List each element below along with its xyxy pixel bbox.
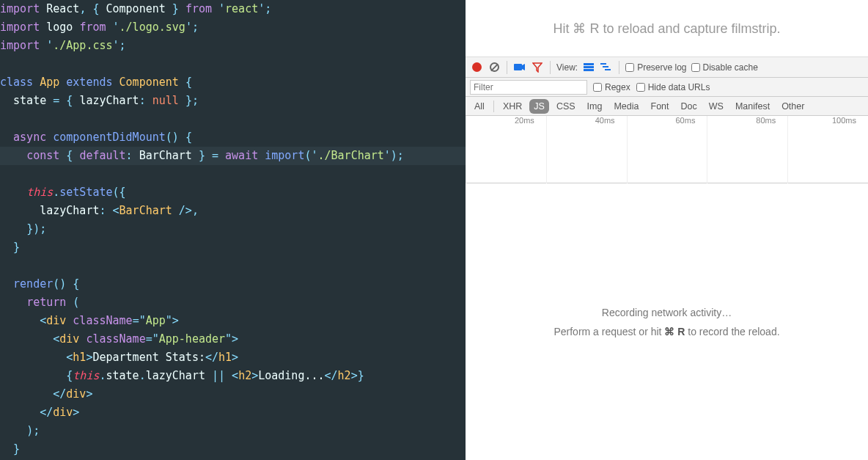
timeline-tick: 100ms bbox=[787, 116, 868, 129]
clear-button[interactable] bbox=[488, 61, 501, 74]
regex-checkbox[interactable]: Regex bbox=[593, 82, 630, 92]
preserve-log-checkbox[interactable]: Preserve log bbox=[625, 62, 686, 73]
timeline-tick: 60ms bbox=[627, 116, 707, 129]
filter-tab-ws[interactable]: WS bbox=[705, 99, 728, 114]
svg-rect-6 bbox=[605, 69, 611, 70]
filter-tab-js[interactable]: JS bbox=[529, 99, 549, 114]
hide-data-urls-checkbox[interactable]: Hide data URLs bbox=[636, 82, 710, 92]
svg-rect-3 bbox=[584, 69, 594, 71]
filter-tab-css[interactable]: CSS bbox=[552, 99, 580, 114]
separator bbox=[619, 61, 619, 74]
devtools-panel: Hit ⌘ R to reload and capture filmstrip.… bbox=[466, 0, 868, 460]
network-toolbar: View: Preserve log Disable cache bbox=[466, 57, 868, 78]
filter-tab-font[interactable]: Font bbox=[647, 99, 674, 114]
timeline-tick: 40ms bbox=[546, 116, 627, 129]
filter-tab-other[interactable]: Other bbox=[777, 99, 809, 114]
code-editor[interactable]: import React, { Component } from 'react'… bbox=[0, 0, 466, 460]
disable-cache-checkbox[interactable]: Disable cache bbox=[691, 62, 758, 73]
filter-tab-media[interactable]: Media bbox=[609, 99, 643, 114]
svg-rect-2 bbox=[584, 66, 594, 68]
record-button[interactable] bbox=[470, 61, 483, 74]
filter-toolbar: Regex Hide data URLs bbox=[466, 78, 868, 97]
filmstrip-hint: Hit ⌘ R to reload and capture filmstrip. bbox=[466, 0, 868, 57]
filter-tab-manifest[interactable]: Manifest bbox=[731, 99, 774, 114]
timeline-tick: 80ms bbox=[707, 116, 787, 129]
view-waterfall-icon[interactable] bbox=[600, 61, 613, 74]
filter-tab-doc[interactable]: Doc bbox=[677, 99, 702, 114]
view-large-icon[interactable] bbox=[582, 61, 595, 74]
timeline-ruler: 20ms40ms60ms80ms100ms bbox=[466, 116, 868, 129]
filter-icon[interactable] bbox=[531, 61, 544, 74]
svg-rect-0 bbox=[514, 64, 522, 70]
svg-rect-4 bbox=[600, 63, 606, 65]
filter-input[interactable] bbox=[470, 80, 587, 95]
timeline[interactable]: 20ms40ms60ms80ms100ms bbox=[466, 116, 868, 183]
instruction-label: Perform a request or hit ⌘ R to record t… bbox=[553, 326, 779, 337]
screenshot-button[interactable] bbox=[513, 61, 526, 74]
timeline-body bbox=[466, 129, 868, 183]
svg-rect-1 bbox=[584, 63, 594, 65]
empty-state: Recording network activity… Perform a re… bbox=[466, 183, 868, 460]
filter-tab-xhr[interactable]: XHR bbox=[499, 99, 526, 114]
separator bbox=[507, 61, 507, 74]
svg-rect-5 bbox=[603, 66, 608, 67]
recording-label: Recording network activity… bbox=[602, 307, 732, 318]
type-filter-tabs: AllXHRJSCSSImgMediaFontDocWSManifestOthe… bbox=[466, 97, 868, 116]
filter-tab-all[interactable]: All bbox=[470, 99, 489, 114]
filter-tab-img[interactable]: Img bbox=[583, 99, 607, 114]
timeline-tick: 20ms bbox=[466, 116, 546, 129]
separator bbox=[550, 61, 551, 74]
view-label: View: bbox=[556, 62, 578, 73]
